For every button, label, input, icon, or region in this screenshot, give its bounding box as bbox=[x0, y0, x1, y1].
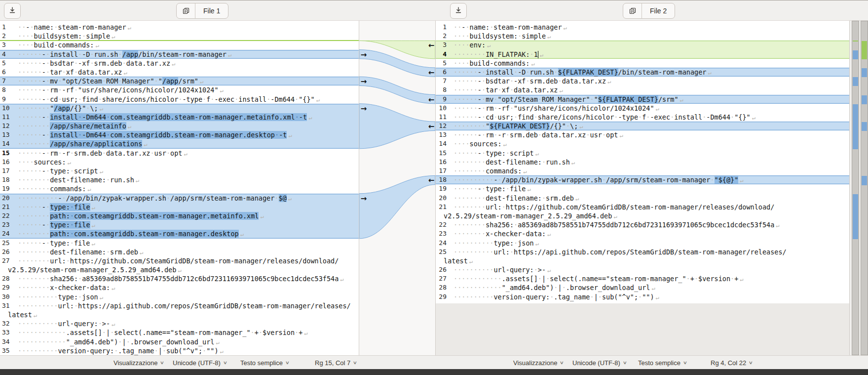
code-line[interactable]: 9······-·cd·usr;·find·share/icons/hicolo… bbox=[0, 95, 359, 104]
copy-icon[interactable] bbox=[623, 3, 642, 18]
code-line[interactable]: 10········"/app/{}"·\;↵ bbox=[0, 104, 359, 113]
code-line[interactable]: 5······-·bsdtar·-xf·srm.deb·data.tar.xz↵ bbox=[0, 59, 359, 68]
statusbar-right-encoding-menu[interactable]: Unicode (UTF-8)∨ bbox=[572, 356, 626, 370]
code-line[interactable]: 34············"_amd64.deb")·|·.browser_d… bbox=[0, 337, 359, 346]
code-line[interactable]: 4······-·install·-D·run.sh·/app/bin/stea… bbox=[0, 50, 359, 59]
code-line[interactable]: 26··········url-query:·>-↵ bbox=[436, 265, 849, 274]
code-line[interactable]: 32··········url-query:·>-↵ bbox=[0, 319, 359, 328]
overview-map-left[interactable] bbox=[852, 21, 859, 355]
file1-button[interactable]: File 1 bbox=[176, 3, 228, 19]
code-line[interactable]: 9······-·mv·"opt/Steam·ROM·Manager"·"${F… bbox=[436, 95, 849, 104]
push-change-left-arrow[interactable]: ← bbox=[427, 176, 435, 185]
code-line[interactable]: v2.5.29/steam-rom-manager_2.5.29_amd64.d… bbox=[0, 265, 359, 274]
code-line[interactable]: 17········commands:↵ bbox=[436, 167, 849, 175]
code-line[interactable]: 7······-·mv·"opt/Steam·ROM·Manager"·"/ap… bbox=[0, 77, 359, 85]
code-line[interactable]: 3····build-commands:↵ bbox=[0, 41, 359, 49]
code-line[interactable]: 35··········version-query:·.tag_name·|·s… bbox=[0, 346, 359, 355]
code-line[interactable]: 26········dest-filename:·srm.deb↵ bbox=[0, 248, 359, 256]
code-line[interactable]: 18········dest-filename:·run.sh↵ bbox=[0, 175, 359, 184]
line-number: 16 bbox=[437, 158, 447, 167]
code-line[interactable]: 14········/app/share/applications↵ bbox=[0, 139, 359, 148]
code-line[interactable]: latest↵ bbox=[0, 310, 359, 319]
code-line[interactable]: 19······-·type:·file↵ bbox=[436, 184, 849, 193]
code-line[interactable]: 14····sources:↵ bbox=[436, 139, 849, 148]
push-change-right-arrow[interactable]: → bbox=[360, 194, 368, 203]
code-line[interactable]: 6······-·tar·xf·data.tar.xz↵ bbox=[0, 68, 359, 77]
statusbar-left-syntax-menu[interactable]: Testo semplice∨ bbox=[240, 356, 289, 370]
copy-icon[interactable] bbox=[177, 3, 195, 18]
code-line[interactable]: 27············.assets[]·|·select(.name==… bbox=[436, 274, 849, 283]
code-line[interactable]: 31··········url:·https://api.github.com/… bbox=[0, 301, 359, 310]
line-number: 9 bbox=[2, 95, 15, 104]
code-line[interactable]: 23······-·type:·file↵ bbox=[0, 220, 359, 229]
code-line[interactable]: 28············"_amd64.deb")·|·.browser_d… bbox=[436, 283, 849, 292]
code-line[interactable]: 8······-·tar·xf·data.tar.xz↵ bbox=[436, 85, 849, 94]
code-line[interactable]: 29········x-checker-data:↵ bbox=[0, 283, 359, 292]
diff-left-pane[interactable]: 1··-·name:·steam-rom-manager↵2····builds… bbox=[0, 21, 359, 355]
code-line[interactable]: 30··········type:·json↵ bbox=[0, 292, 359, 301]
code-line[interactable]: 11······-·cd·usr;·find·share/icons/hicol… bbox=[436, 113, 849, 122]
push-change-left-arrow[interactable]: ← bbox=[427, 95, 435, 104]
code-line[interactable]: 28········sha256:·a85369ad8b758551b74755… bbox=[0, 274, 359, 283]
code-line[interactable]: 12········"${FLATPAK_DEST}/{}"·\;↵ bbox=[436, 122, 849, 130]
save-left-button[interactable] bbox=[4, 3, 21, 19]
code-line[interactable]: 15······-·rm·-r·srm.deb·data.tar.xz·usr·… bbox=[0, 149, 359, 158]
code-line[interactable]: 2····buildsystem:·simple↵ bbox=[0, 32, 359, 41]
code-line[interactable]: 1··-·name:·steam-rom-manager↵ bbox=[0, 23, 359, 32]
push-change-right-arrow[interactable]: → bbox=[360, 50, 368, 59]
statusbar-left-view-menu[interactable]: Visualizzazione∨ bbox=[113, 356, 164, 370]
code-line[interactable]: 20········dest-filename:·srm.deb↵ bbox=[436, 194, 849, 203]
code-line[interactable]: 27········url:·https://github.com/SteamG… bbox=[0, 256, 359, 265]
statusbar-left-encoding-menu[interactable]: Unicode (UTF-8)∨ bbox=[173, 356, 226, 370]
push-change-left-arrow[interactable]: ← bbox=[427, 68, 435, 77]
code-line[interactable]: 1··-·name:·steam-rom-manager↵ bbox=[436, 23, 849, 32]
code-line[interactable]: 10······-·rm·-rf·"usr/share/icons/hicolo… bbox=[436, 104, 849, 113]
code-line[interactable]: 11······-·install·-Dm644·com.steamgriddb… bbox=[0, 113, 359, 122]
code-line[interactable]: v2.5.29/steam-rom-manager_2.5.29_amd64.d… bbox=[436, 211, 849, 220]
overview-map-right[interactable] bbox=[861, 21, 868, 355]
statusbar-left-cursor-position[interactable]: Rg 15, Col 7∨ bbox=[315, 356, 357, 370]
code-line[interactable]: 20··········-·/app/bin/zypak-wrapper.sh·… bbox=[0, 194, 359, 203]
code-line[interactable]: 16········dest-filename:·run.sh↵ bbox=[436, 158, 849, 167]
code-line[interactable]: 25··········url:·https://api.github.com/… bbox=[436, 248, 849, 256]
code-line[interactable]: 22········path:·com.steamgriddb.steam-ro… bbox=[0, 211, 359, 220]
code-line[interactable]: latest↵ bbox=[436, 256, 849, 265]
code-line[interactable]: 16····sources:↵ bbox=[0, 158, 359, 167]
code-line[interactable]: 23········x-checker-data:↵ bbox=[436, 229, 849, 238]
diff-right-pane[interactable]: 1··-·name:·steam-rom-manager↵2····builds… bbox=[435, 21, 850, 355]
code-line[interactable]: 8······-·rm·-rf·"usr/share/icons/hicolor… bbox=[0, 85, 359, 94]
code-line[interactable]: 7······-·bsdtar·-xf·srm.deb·data.tar.xz↵ bbox=[436, 77, 849, 85]
line-number: 19 bbox=[2, 184, 15, 193]
statusbar-right-view-menu[interactable]: Visualizzazione∨ bbox=[513, 356, 564, 370]
code-line[interactable]: 13······-·rm·-r·srm.deb·data.tar.xz·usr·… bbox=[436, 130, 849, 139]
code-line[interactable]: 18··········-·/app/bin/zypak-wrapper.sh·… bbox=[436, 175, 849, 184]
code-line[interactable]: 21········url:·https://github.com/SteamG… bbox=[436, 203, 849, 211]
diff-chunk-marker bbox=[853, 194, 858, 239]
push-change-left-arrow[interactable]: ← bbox=[427, 41, 435, 50]
push-change-left-arrow[interactable]: ← bbox=[427, 122, 435, 131]
code-line[interactable]: 33············.assets[]·|·select(.name==… bbox=[0, 328, 359, 337]
statusbar-right-cursor-position[interactable]: Rg 4, Col 22∨ bbox=[711, 356, 753, 370]
code-line[interactable]: 13······-·install·-Dm644·com.steamgriddb… bbox=[0, 130, 359, 139]
save-right-button[interactable] bbox=[450, 3, 467, 19]
code-line[interactable]: 22········sha256:·a85369ad8b758551b74755… bbox=[436, 220, 849, 229]
code-line[interactable]: 24··········type:·json↵ bbox=[436, 239, 849, 248]
code-line[interactable]: 25······-·type:·file↵ bbox=[0, 239, 359, 248]
push-change-right-arrow[interactable]: → bbox=[360, 77, 368, 86]
code-line[interactable]: 5····build-commands:↵ bbox=[436, 59, 849, 68]
code-line[interactable]: 3····env:↵ bbox=[436, 41, 849, 49]
line-number: 21 bbox=[437, 203, 447, 211]
code-line[interactable]: 6······-·install·-D·run.sh·${FLATPAK_DES… bbox=[436, 68, 849, 77]
code-line[interactable]: 2····buildsystem:·simple↵ bbox=[436, 32, 849, 41]
code-line[interactable]: 29··········version-query:·.tag_name·|·s… bbox=[436, 292, 849, 301]
code-line[interactable]: 4········IN_FLATPAK:·1↵ bbox=[436, 50, 849, 59]
code-line[interactable]: 24········path:·com.steamgriddb.steam-ro… bbox=[0, 229, 359, 238]
code-line[interactable]: 15······-·type:·script↵ bbox=[436, 149, 849, 158]
code-line[interactable]: 19········commands:↵ bbox=[0, 184, 359, 193]
code-line[interactable]: 17······-·type:·script↵ bbox=[0, 167, 359, 175]
push-change-right-arrow[interactable]: → bbox=[360, 104, 368, 113]
code-line[interactable]: 12········/app/share/metainfo↵ bbox=[0, 122, 359, 130]
statusbar-right-syntax-menu[interactable]: Testo semplice∨ bbox=[638, 356, 687, 370]
code-line[interactable]: 21······-·type:·file↵ bbox=[0, 203, 359, 211]
file2-button[interactable]: File 2 bbox=[623, 3, 675, 19]
